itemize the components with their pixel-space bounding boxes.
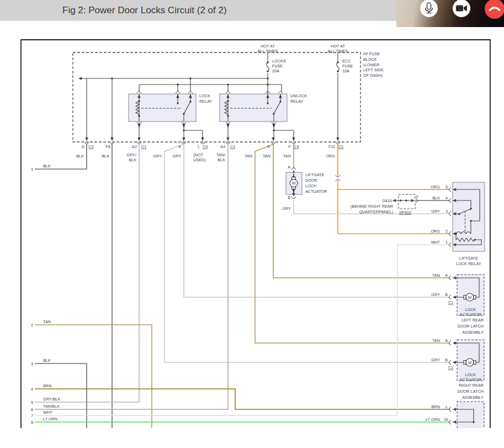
ecc-fuse-symbol [337, 62, 339, 71]
bb-l-pin: L [445, 404, 448, 409]
lgr-pin1-color: WHT [431, 240, 440, 245]
ecc-fuse-1: ECC [342, 59, 351, 64]
conn-f11-conn: C1 [338, 144, 343, 149]
conn-f-pin: F [289, 144, 291, 149]
color-a2-1: GRY/ [126, 152, 137, 157]
bb-l-color: BRN [432, 404, 440, 409]
lock-relay-label-2: RELAY [199, 99, 213, 104]
lr-a-pin: A [445, 273, 448, 278]
lgr-label-1: LIFTGATE [459, 256, 478, 261]
wire6-color: TAN/BLK [43, 404, 60, 409]
ground-loc-1: (BEHIND RIGHT REAR [351, 204, 393, 209]
actuator-label-3: LOCK [305, 183, 316, 188]
fuse-block-2: BLOCK [363, 57, 377, 62]
wire1-color: BLK [43, 164, 51, 168]
conn-f11-pin: F11 [328, 144, 335, 149]
bb-m-pin: M [444, 417, 448, 422]
lgr-pin2-color: ORG [431, 229, 440, 234]
fuse-block-5: OF DASH) [363, 73, 383, 78]
wire-wht-7 [35, 245, 450, 415]
rr-a-pin: A [445, 338, 448, 343]
actuator-label-4: ACTUATOR [305, 189, 327, 194]
lr-box-label-1: LOCK [465, 307, 476, 312]
rr-box-label-1: LOCK [465, 372, 476, 377]
color-tan1: TAN [245, 154, 252, 159]
color-f6: BLK [102, 154, 109, 159]
color-a4-1: TAN/ [216, 152, 226, 157]
microphone-icon [423, 2, 435, 15]
wire8-num: 8 [31, 420, 33, 425]
fuse-block-outline [73, 52, 360, 142]
rr-box-label-2: ACTUATOR [460, 377, 481, 382]
conn-f-conn: C4 [294, 144, 299, 149]
unlock-relay [220, 92, 294, 140]
hot-right-1: HOT AT [331, 44, 345, 49]
note-l-1: (NOT [193, 152, 203, 157]
wire3-color: BLK [43, 358, 51, 363]
hot-left-1: HOT AT [261, 44, 275, 49]
liftgate-door-lock-actuator: M [286, 168, 302, 199]
fuse-block-1: I/P FUSE [363, 51, 380, 56]
hang-up-button[interactable] [485, 0, 504, 19]
conn-e-pin: E [267, 144, 270, 149]
conn-a4-conn: C1 [230, 144, 235, 149]
conn-k-pin: K [178, 144, 181, 149]
lr-a-color: TAN [432, 273, 440, 278]
rr-a-color: TAN [432, 338, 440, 343]
hot-left-2: ALL TIMES [258, 49, 278, 54]
ecc-fuse-2: FUSE [342, 64, 353, 68]
lgr-pin5-color: ORG [431, 185, 440, 189]
lgr-label-2: LOCK RELAY [456, 261, 481, 266]
wire2-num: 2 [31, 323, 33, 328]
page-title: Fig 2: Power Door Locks Circuit (2 of 2) [62, 0, 227, 21]
liftgate-lock-relay [449, 182, 485, 251]
wire4-num: 4 [31, 387, 33, 392]
ground-splice-g410 [392, 194, 418, 209]
wire7-num: 7 [31, 413, 33, 418]
microphone-button[interactable] [420, 0, 438, 17]
conn-a4-pin: A4 [220, 144, 225, 149]
actuator-b-color: GRY [282, 206, 291, 211]
lgr-pin3-color: GRY [431, 209, 440, 214]
video-camera-icon [455, 3, 468, 14]
ground-name: G410 [382, 198, 392, 203]
color-a4-2: BLK [217, 157, 225, 162]
wire-tan-2 [35, 325, 152, 428]
lr-label-2: DOOR LATCH [458, 324, 484, 329]
rr-label-2: DOOR LATCH [458, 389, 484, 394]
conn-l-conn: C4 [203, 144, 208, 149]
lgr-pin1-num: 1 [445, 240, 448, 245]
conn-a2-conn: C1 [141, 144, 146, 149]
lr-b-color: GRY [431, 292, 440, 297]
lgr-pin4-num: 4 [445, 196, 448, 201]
rr-conn: C1 [448, 365, 453, 370]
locks-fuse-symbol [267, 62, 269, 71]
actuator-label-1: LIFTGATE [305, 172, 324, 177]
lgr-pin4-color: BLK [432, 196, 440, 201]
ground-loc-2: QUARTERPANEL) [359, 209, 393, 214]
color-f11: ORG [326, 154, 335, 159]
wire4-color: BRN [43, 383, 51, 388]
motor-letter: M [468, 295, 471, 300]
color-d: BLK [76, 154, 84, 159]
ecc-fuse-3: 10A [342, 68, 349, 73]
conn-d-conn: C3 [88, 144, 93, 149]
wire3-num: 3 [31, 361, 33, 366]
lock-relay [129, 94, 203, 140]
note-l-2: USED) [193, 157, 206, 162]
wire-gry-leftrear [184, 144, 450, 297]
conn-d-pin: D [82, 144, 84, 149]
wire-brn-4 [35, 389, 450, 409]
wire1-num: 1 [31, 167, 33, 172]
color-f: TAN [283, 154, 291, 159]
lock-relay-label-1: LOCK [199, 93, 210, 98]
unlock-relay-label-2: RELAY [290, 99, 304, 104]
lr-box-label-2: ACTUATOR [460, 312, 481, 317]
lr-conn: C1 [448, 300, 453, 305]
wire8-color: LT GRN [43, 417, 57, 421]
lgr-pin5-num: 5 [445, 185, 448, 189]
bottom-assembly [449, 402, 485, 428]
camera-button[interactable] [453, 0, 470, 17]
conn-l-pin: L [198, 144, 200, 149]
actuator-label-2: DOOR [305, 178, 317, 183]
